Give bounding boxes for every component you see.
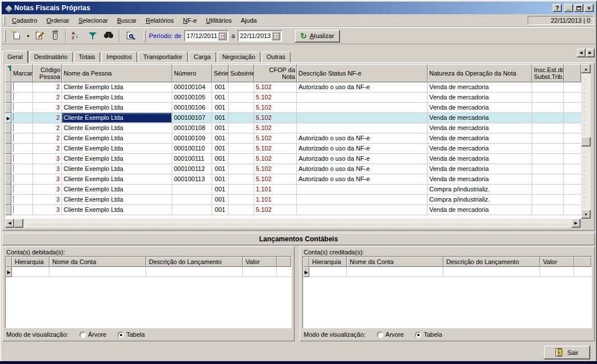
view-mode-option-tabela[interactable]: Tabela [415, 331, 442, 338]
tab-destinatrio[interactable]: Destinatário [29, 52, 73, 62]
table-row[interactable]: 2Cliente Exemplo Ltda0001001100015.102Au… [5, 144, 581, 154]
menu-item-nfe[interactable]: NF-e [179, 15, 201, 26]
account-row-selector[interactable]: ▶ [303, 267, 309, 277]
atualizar-button[interactable]: ↻ Atualizar [295, 30, 340, 43]
column-header-marcar[interactable]: Marcar [11, 64, 33, 82]
cell-marcar[interactable] [11, 185, 33, 195]
help-button[interactable]: ? [553, 4, 562, 12]
row-selector[interactable] [5, 93, 11, 103]
view-mode-option-tabela[interactable]: Tabela [118, 331, 144, 338]
table-row[interactable]: 2Cliente Exemplo Ltda0001001080015.102Ve… [5, 123, 581, 133]
column-header-serie[interactable]: Série [212, 64, 229, 82]
cell-marcar[interactable] [11, 113, 33, 123]
menu-item-ordenar[interactable]: Ordenar [42, 15, 74, 26]
period-group-grip[interactable] [144, 30, 146, 42]
row-selector[interactable]: ▶ [5, 113, 11, 123]
horizontal-scrollbar-shaft[interactable] [14, 219, 571, 228]
table-row[interactable]: 3Cliente Exemplo Ltda0011.101Compra p/in… [5, 185, 581, 195]
account-column-header-hierarquia[interactable]: Hierarquia [309, 257, 347, 267]
marcar-checkbox[interactable] [13, 154, 14, 162]
account-column-header-descriodolanamento[interactable]: Descrição do Lançamento [443, 257, 540, 267]
maximize-button[interactable] [574, 4, 583, 12]
marcar-checkbox[interactable] [13, 185, 14, 193]
marcar-checkbox[interactable] [13, 103, 14, 111]
toolbar-button-report-preview[interactable] [122, 29, 138, 43]
table-row[interactable]: 3Cliente Exemplo Ltda0001001130015.102Au… [5, 174, 581, 185]
table-row[interactable]: 3Cliente Exemplo Ltda0015.102Venda de me… [5, 205, 581, 215]
row-selector[interactable] [5, 144, 11, 154]
row-selector[interactable] [5, 195, 11, 205]
menu-item-selecionar[interactable]: Selecionar [74, 15, 113, 26]
cell-nome[interactable]: Cliente Exemplo Ltda [62, 133, 172, 144]
toolbar-button-delete[interactable] [47, 29, 63, 43]
view-mode-option-rvore[interactable]: Árvore [80, 331, 106, 338]
tab-outras[interactable]: Outras [262, 52, 291, 62]
column-header-status[interactable]: Descrição Status NF-e [297, 64, 428, 82]
cell-nome[interactable]: Cliente Exemplo Ltda [62, 185, 172, 195]
menu-item-cadastro[interactable]: Cadastro [7, 15, 42, 26]
date-to-calendar-button[interactable]: 15 [271, 31, 280, 40]
account-column-header-nomedaconta[interactable]: Nome da Conta [347, 257, 443, 267]
row-selector[interactable] [5, 103, 11, 113]
cell-nome[interactable]: Cliente Exemplo Ltda [62, 144, 172, 154]
menu-item-buscar[interactable]: Buscar [113, 15, 141, 26]
column-header-insc[interactable]: Insc.Est.do Subst.Trib. [532, 64, 564, 82]
tab-scroll-right-button[interactable]: ▶ [586, 48, 595, 57]
marcar-checkbox[interactable] [13, 124, 14, 132]
row-selector[interactable] [5, 82, 11, 93]
account-column-header-hierarquia[interactable]: Hierarquia [12, 257, 49, 267]
row-selector[interactable] [5, 133, 11, 144]
cell-nome[interactable]: Cliente Exemplo Ltda [62, 113, 172, 123]
vertical-scrollbar-thumb[interactable] [581, 137, 591, 147]
marcar-checkbox[interactable] [13, 195, 14, 203]
table-row[interactable]: 3Cliente Exemplo Ltda0001001060015.102Ve… [5, 103, 581, 113]
horizontal-scrollbar-thumb[interactable] [14, 219, 23, 228]
table-row[interactable]: 3Cliente Exemplo Ltda0011.101Compra p/in… [5, 195, 581, 205]
cell-nome[interactable]: Cliente Exemplo Ltda [62, 123, 172, 133]
row-selector[interactable] [5, 174, 11, 185]
marcar-checkbox[interactable] [13, 144, 14, 152]
radio-checked-icon[interactable] [118, 332, 124, 338]
view-mode-option-rvore[interactable]: Árvore [377, 331, 404, 338]
tab-geral[interactable]: Geral [2, 51, 28, 63]
cell-marcar[interactable] [11, 174, 33, 185]
account-empty-row[interactable]: ▶ [303, 267, 591, 277]
cell-nome[interactable]: Cliente Exemplo Ltda [62, 205, 172, 215]
table-row[interactable]: 3Cliente Exemplo Ltda0001001120015.102Au… [5, 164, 581, 174]
toolbar-button-new-note[interactable]: * [9, 29, 25, 43]
tab-carga[interactable]: Carga [189, 52, 216, 62]
cell-nome[interactable]: Cliente Exemplo Ltda [62, 174, 172, 185]
account-row-selector[interactable]: ▶ [6, 267, 12, 277]
scroll-right-button[interactable]: ▶ [571, 219, 581, 228]
scroll-up-button[interactable]: ▲ [581, 64, 591, 73]
marcar-checkbox[interactable] [13, 206, 14, 214]
date-to-input[interactable] [238, 32, 271, 39]
toolbar-button-sort-az[interactable]: AZ↓ [69, 29, 85, 43]
column-header-nome[interactable]: Nome da Pessoa [62, 64, 172, 82]
sair-button[interactable]: Sair [544, 345, 590, 359]
column-header-numero[interactable]: Número [172, 64, 212, 82]
scroll-left-button[interactable]: ◀ [5, 219, 14, 228]
row-selector[interactable] [5, 185, 11, 195]
new-note-dropdown-arrow[interactable]: ▼ [25, 29, 31, 43]
row-selector[interactable] [5, 205, 11, 215]
cell-marcar[interactable] [11, 103, 33, 113]
column-header-cfop[interactable]: CFOP da Nota [254, 64, 297, 82]
vertical-scrollbar[interactable]: ▲ ▼ [581, 64, 591, 219]
cell-marcar[interactable] [11, 144, 33, 154]
radio-checked-icon[interactable] [415, 332, 421, 338]
menu-item-relatrios[interactable]: Relatórios [141, 15, 179, 26]
cell-marcar[interactable] [11, 82, 33, 93]
tab-transportador[interactable]: Transportador [138, 52, 188, 62]
toolbar-button-find[interactable] [101, 29, 117, 43]
cell-nome[interactable]: Cliente Exemplo Ltda [62, 93, 172, 103]
table-row[interactable]: 2Cliente Exemplo Ltda0001001040015.102Au… [5, 82, 581, 93]
horizontal-scrollbar[interactable]: ◀ ▶ [5, 219, 581, 228]
table-row[interactable]: 2Cliente Exemplo Ltda0001001050015.102Ve… [5, 93, 581, 103]
marcar-checkbox[interactable] [13, 93, 14, 101]
table-row[interactable]: ▶2Cliente Exemplo Ltda0001001070015.102V… [5, 113, 581, 123]
account-column-header-nomedaconta[interactable]: Nome da Conta [49, 257, 146, 267]
date-from-calendar-button[interactable]: 15 [218, 31, 227, 40]
toolbar-grip[interactable] [4, 30, 6, 42]
radio-unchecked-icon[interactable] [80, 332, 86, 338]
